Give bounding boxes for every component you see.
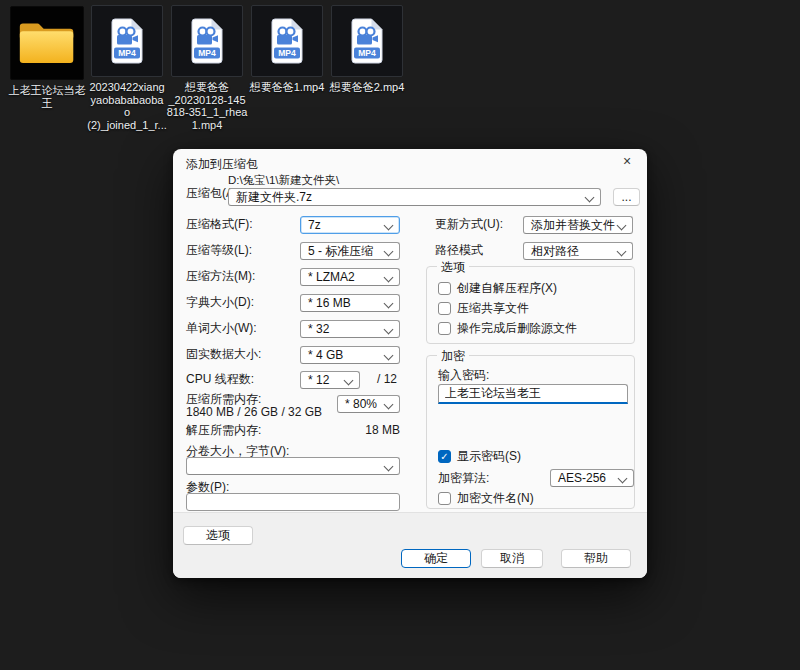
compress-shared-checkbox[interactable]: 压缩共享文件	[438, 301, 529, 316]
cpu-threads-label: CPU 线程数:	[186, 371, 254, 388]
path-mode-label: 路径模式	[435, 242, 483, 259]
svg-text:MP4: MP4	[118, 48, 136, 58]
options-group-title: 选项	[437, 259, 469, 276]
chevron-down-icon	[384, 351, 394, 361]
mp4-file-icon: MP4	[109, 18, 145, 64]
chevron-down-icon	[384, 221, 394, 231]
memory-percent-combo[interactable]: * 80%	[337, 395, 400, 413]
volume-size-combo[interactable]	[186, 457, 400, 475]
dictionary-label: 字典大小(D):	[186, 294, 254, 311]
desktop-icon-label: 想要爸爸 _20230128-145 818-351_1_rhea 1.mp4	[164, 81, 250, 131]
solid-block-label: 固实数据大小:	[186, 346, 261, 363]
svg-text:MP4: MP4	[278, 48, 296, 58]
encryption-method-label: 加密算法:	[438, 470, 489, 487]
browse-button[interactable]: ...	[613, 188, 640, 206]
desktop: 上老王论坛当老 王 MP4 20230422xiang yaobababaoba…	[0, 0, 800, 670]
desktop-icon-mp4-4[interactable]: MP4 想要爸爸2.mp4	[324, 5, 410, 94]
checkbox-unchecked-icon	[438, 282, 451, 295]
folder-selection-box	[10, 6, 84, 80]
method-combo[interactable]: * LZMA2	[300, 268, 400, 286]
mp4-file-icon: MP4	[189, 18, 225, 64]
update-mode-label: 更新方式(U):	[435, 216, 503, 233]
path-mode-combo[interactable]: 相对路径	[523, 242, 633, 260]
memory-decompress-label: 解压所需内存:	[186, 422, 261, 439]
show-password-label: 显示密码(S)	[457, 448, 521, 465]
encryption-group-title: 加密	[437, 348, 469, 365]
ok-button[interactable]: 确定	[401, 549, 471, 568]
mp4-selection-box: MP4	[91, 5, 163, 77]
chevron-down-icon	[384, 400, 394, 410]
delete-after-checkbox[interactable]: 操作完成后删除源文件	[438, 321, 577, 336]
dictionary-combo[interactable]: * 16 MB	[300, 294, 400, 312]
chevron-down-icon	[585, 193, 595, 203]
show-password-checkbox[interactable]: ✓ 显示密码(S)	[438, 449, 521, 464]
chevron-down-icon	[384, 247, 394, 257]
desktop-icon-label: 想要爸爸2.mp4	[324, 81, 410, 94]
encryption-method-combo[interactable]: AES-256	[550, 469, 634, 487]
chevron-down-icon	[617, 221, 627, 231]
help-button[interactable]: 帮助	[561, 549, 631, 568]
format-label: 压缩格式(F):	[186, 216, 253, 233]
desktop-icon-mp4-3[interactable]: MP4 想要爸爸1.mp4	[244, 5, 330, 94]
compress-shared-label: 压缩共享文件	[457, 300, 529, 317]
memory-decompress-value: 18 MB	[320, 422, 400, 439]
dialog-title: 添加到压缩包	[186, 156, 258, 173]
solid-block-combo[interactable]: * 4 GB	[300, 346, 400, 364]
word-size-combo[interactable]: * 32	[300, 320, 400, 338]
desktop-icon-mp4-1[interactable]: MP4 20230422xiang yaobababaoba o (2)_joi…	[84, 5, 170, 131]
update-mode-combo[interactable]: 添加并替换文件	[523, 216, 633, 234]
close-icon[interactable]: ×	[618, 152, 636, 170]
desktop-icon-label: 20230422xiang yaobababaoba o (2)_joined_…	[84, 81, 170, 131]
word-size-label: 单词大小(W):	[186, 320, 257, 337]
svg-text:MP4: MP4	[358, 48, 376, 58]
add-to-archive-dialog: 添加到压缩包 × 压缩包(A) D:\兔宝\1\新建文件夹\ 新建文件夹.7z …	[173, 149, 647, 578]
cancel-button[interactable]: 取消	[481, 549, 543, 568]
svg-text:MP4: MP4	[198, 48, 216, 58]
desktop-icon-label: 想要爸爸1.mp4	[244, 81, 330, 94]
password-input[interactable]	[438, 384, 628, 404]
mp4-selection-box: MP4	[251, 5, 323, 77]
memory-compress-detail: 1840 MB / 26 GB / 32 GB	[186, 404, 322, 421]
format-combo[interactable]: 7z	[300, 216, 400, 234]
dialog-footer	[173, 512, 647, 578]
chevron-down-icon	[617, 247, 627, 257]
checkbox-unchecked-icon	[438, 322, 451, 335]
chevron-down-icon	[384, 325, 394, 335]
encrypt-filenames-label: 加密文件名(N)	[457, 490, 534, 507]
desktop-icon-mp4-2[interactable]: MP4 想要爸爸 _20230128-145 818-351_1_rhea 1.…	[164, 5, 250, 131]
encrypt-filenames-checkbox[interactable]: 加密文件名(N)	[438, 491, 534, 506]
create-sfx-checkbox[interactable]: 创建自解压程序(X)	[438, 281, 557, 296]
options-button[interactable]: 选项	[183, 526, 253, 545]
encryption-group: 加密 输入密码: ✓ 显示密码(S) 加密算法: AES-256 加密文件名(N…	[426, 355, 635, 509]
checkbox-unchecked-icon	[438, 492, 451, 505]
password-label: 输入密码:	[438, 367, 489, 384]
checkbox-checked-icon: ✓	[438, 450, 451, 463]
cpu-threads-combo[interactable]: * 12	[300, 371, 360, 389]
level-combo[interactable]: 5 - 标准压缩	[300, 242, 400, 260]
mp4-file-icon: MP4	[269, 18, 305, 64]
parameters-input[interactable]	[186, 493, 400, 511]
archive-name-combo[interactable]: 新建文件夹.7z	[228, 188, 601, 206]
chevron-down-icon	[384, 273, 394, 283]
chevron-down-icon	[384, 462, 394, 472]
mp4-selection-box: MP4	[331, 5, 403, 77]
mp4-selection-box: MP4	[171, 5, 243, 77]
archive-dir-path: D:\兔宝\1\新建文件夹\	[228, 172, 339, 189]
chevron-down-icon	[384, 299, 394, 309]
desktop-icon-folder[interactable]: 上老王论坛当老 王	[4, 6, 90, 109]
delete-after-label: 操作完成后删除源文件	[457, 320, 577, 337]
cpu-threads-max: / 12	[377, 371, 397, 388]
method-label: 压缩方法(M):	[186, 268, 255, 285]
mp4-file-icon: MP4	[349, 18, 385, 64]
desktop-icon-label: 上老王论坛当老 王	[4, 84, 90, 109]
checkbox-unchecked-icon	[438, 302, 451, 315]
chevron-down-icon	[618, 474, 628, 484]
chevron-down-icon	[344, 376, 354, 386]
create-sfx-label: 创建自解压程序(X)	[457, 280, 557, 297]
level-label: 压缩等级(L):	[186, 242, 252, 259]
options-group: 选项 创建自解压程序(X) 压缩共享文件 操作完成后删除源文件	[426, 266, 635, 344]
folder-icon	[18, 19, 76, 67]
